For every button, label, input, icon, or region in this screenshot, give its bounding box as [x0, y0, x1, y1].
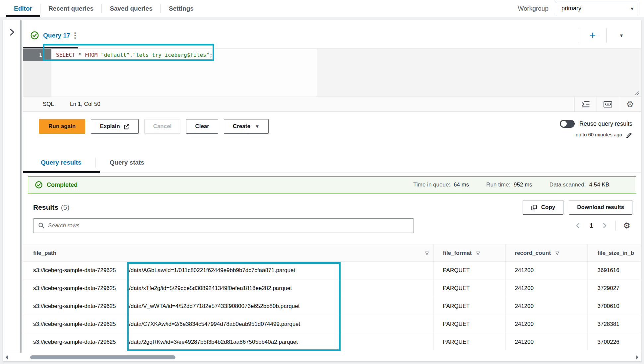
stat-value: 952 ms: [514, 182, 532, 188]
column-header-file-size[interactable]: file_size_in_b: [587, 245, 641, 261]
new-query-tab-button[interactable]: +: [579, 29, 606, 41]
query-tab[interactable]: Query 17: [30, 31, 70, 40]
table-row: s3://iceberg-sample-data-729625/data/V_w…: [23, 297, 641, 315]
filter-icon[interactable]: ▽: [555, 251, 559, 255]
cell-file-size: 3700610: [587, 297, 641, 315]
line-number: 1: [23, 49, 51, 61]
scrollbar-thumb[interactable]: [30, 355, 175, 359]
download-results-button[interactable]: Download results: [569, 200, 632, 215]
keyboard-shortcuts-button[interactable]: [597, 97, 619, 111]
scroll-left-arrow[interactable]: [6, 355, 8, 359]
file-path-suffix: /data/V_wWTA/id=4/52dd77182e57433f908007…: [129, 303, 299, 310]
sql-keyword: SELECT: [56, 52, 78, 58]
cell-file-path: s3://iceberg-sample-data-729625/data/AGb…: [23, 261, 433, 279]
cell-record-count: 241200: [505, 261, 587, 279]
cell-file-size: 3729027: [587, 279, 641, 297]
expand-sidebar-button[interactable]: [8, 28, 16, 37]
filter-icon[interactable]: ▽: [476, 251, 480, 255]
cancel-button[interactable]: Cancel: [144, 119, 181, 134]
cell-file-format: PARQUET: [433, 261, 505, 279]
column-header-record-count[interactable]: record_count▽: [505, 245, 587, 261]
chevron-down-icon: ▼: [630, 6, 634, 11]
editor-status-bar: SQL Ln 1, Col 50 ⚙: [23, 97, 641, 112]
reuse-query-results-toggle[interactable]: [560, 120, 575, 128]
tab-query-results[interactable]: Query results: [23, 159, 96, 166]
column-header-file-format[interactable]: file_format▽: [433, 245, 505, 261]
cell-file-path: s3://iceberg-sample-data-729625/data/2gq…: [23, 333, 433, 351]
nav-tab-settings[interactable]: Settings: [161, 0, 202, 17]
column-header-file-path[interactable]: file_path▽: [23, 245, 433, 261]
toggle-knob: [561, 121, 567, 127]
file-path-prefix: s3://iceberg-sample-data-729625: [33, 339, 129, 345]
sql-keyword: FROM: [85, 52, 101, 58]
cell-record-count: 241200: [505, 297, 587, 315]
collapsed-sidebar: [3, 20, 22, 353]
file-path-suffix: /data/2gqRKw/id=3/ee49287b5f3b4b2d81aa86…: [129, 339, 298, 345]
gear-icon: ⚙: [626, 100, 634, 109]
editor-settings-button[interactable]: ⚙: [619, 97, 641, 111]
nav-tab-editor[interactable]: Editor: [6, 0, 40, 17]
cell-file-size: 3700226: [587, 333, 641, 351]
search-box: [33, 218, 414, 233]
edit-pencil-icon[interactable]: [625, 131, 632, 138]
column-label: record_count: [515, 250, 551, 256]
reuse-window-text: up to 60 minutes ago: [576, 132, 622, 137]
next-page-button[interactable]: [599, 220, 610, 231]
create-button[interactable]: Create ▼: [224, 119, 269, 134]
workgroup-label: Workgroup: [518, 5, 548, 12]
copy-button[interactable]: Copy: [523, 200, 564, 215]
query-status-banner: Completed Time in queue: 64 ms Run time:…: [28, 176, 636, 193]
file-path-suffix: /data/xTfe2g/id=5/29cbe5d3089241349f0efe…: [129, 285, 292, 292]
column-label: file_size_in_b: [598, 250, 634, 256]
results-preferences-button[interactable]: ⚙: [621, 220, 632, 231]
file-path-prefix: s3://iceberg-sample-data-729625: [33, 321, 129, 328]
results-tab-bar: Query results Query stats: [23, 152, 641, 173]
query-state-text: Completed: [47, 182, 78, 188]
divider: [615, 221, 616, 231]
query-tab-menu-icon[interactable]: ⋮: [70, 31, 80, 40]
cell-record-count: 241200: [505, 315, 587, 333]
tab-list-dropdown-button[interactable]: ▼: [607, 33, 636, 38]
tab-query-stats[interactable]: Query stats: [96, 159, 159, 166]
results-title: Results: [33, 203, 58, 211]
current-page[interactable]: 1: [586, 222, 596, 229]
gear-icon: ⚙: [623, 222, 630, 230]
scroll-right-arrow[interactable]: [636, 355, 638, 359]
table-row: s3://iceberg-sample-data-729625/data/2gq…: [23, 333, 641, 351]
search-rows-input[interactable]: [48, 222, 409, 229]
workgroup-select[interactable]: primary ▼: [556, 2, 639, 15]
success-check-icon: [35, 181, 43, 189]
copy-label: Copy: [541, 204, 555, 211]
nav-tabs: Editor Recent queries Saved queries Sett…: [0, 0, 202, 17]
previous-page-button[interactable]: [572, 220, 584, 231]
top-navigation: Editor Recent queries Saved queries Sett…: [0, 0, 644, 17]
table-header-row: file_path▽ file_format▽ record_count▽ fi…: [23, 245, 641, 261]
editor-resize-handle[interactable]: [634, 90, 639, 95]
table-row: s3://iceberg-sample-data-729625/data/AGb…: [23, 261, 641, 279]
query-actions: Run again Explain Cancel Clear Create ▼: [23, 112, 641, 152]
cell-record-count: 241200: [505, 333, 587, 351]
filter-icon[interactable]: ▽: [425, 251, 429, 255]
file-path-prefix: s3://iceberg-sample-data-729625: [33, 303, 129, 310]
column-label: file_format: [443, 250, 472, 256]
sql-string: "default": [101, 52, 130, 58]
query-stat: Data scanned: 4.54 KB: [549, 182, 609, 188]
explain-label: Explain: [100, 123, 120, 130]
nav-tab-saved-queries[interactable]: Saved queries: [102, 0, 161, 17]
cursor-position: Ln 1, Col 50: [54, 101, 100, 108]
run-again-button[interactable]: Run again: [39, 119, 85, 134]
nav-tab-recent-queries[interactable]: Recent queries: [40, 0, 101, 17]
clear-button[interactable]: Clear: [186, 119, 218, 134]
file-path-suffix: /data/C7XKAw/id=2/6e3834c547994d78ab0eab…: [129, 321, 300, 328]
file-path-suffix: /data/AGbLaw/id=1/011c80221f62449e9bb9b7…: [129, 267, 295, 274]
sql-operator: .: [130, 52, 133, 58]
code-area[interactable]: SELECT * FROM "default"."lets_try_iceber…: [51, 49, 641, 97]
stat-value: 64 ms: [454, 182, 469, 188]
format-query-button[interactable]: [574, 97, 597, 111]
editor-panel: Query 17 ⋮ + ▼ 1 SELECT: [3, 20, 641, 362]
file-path-prefix: s3://iceberg-sample-data-729625: [33, 267, 129, 274]
explain-button[interactable]: Explain: [91, 119, 138, 134]
line-number-gutter: 1: [23, 49, 51, 97]
stat-label: Data scanned:: [549, 182, 586, 188]
table-row: s3://iceberg-sample-data-729625/data/xTf…: [23, 279, 641, 297]
